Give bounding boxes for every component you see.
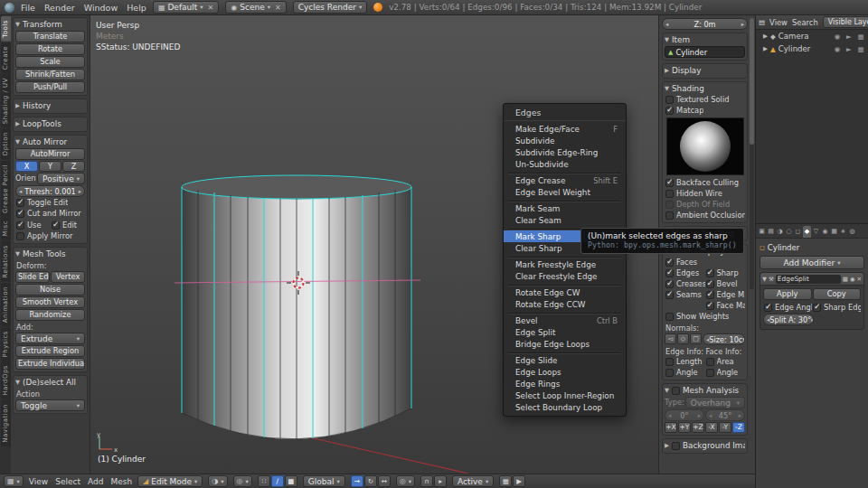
panel-header-display[interactable]: ▶Display bbox=[665, 65, 745, 76]
scrollbar[interactable] bbox=[750, 18, 754, 289]
tool-shelf-tab[interactable]: Grease Pencil bbox=[1, 161, 11, 217]
tool-shelf-tab[interactable]: Tools bbox=[1, 16, 11, 42]
checkbox-row[interactable]: Faces bbox=[665, 257, 705, 267]
outliner-row-cylinder[interactable]: ▶ ▲ Cylinder ◉ ► ▦ bbox=[756, 42, 868, 55]
menu-item[interactable]: Edge Split bbox=[504, 326, 626, 338]
menu-item[interactable]: Clear Seam bbox=[504, 214, 626, 226]
tool-shelf-tab[interactable]: Create bbox=[1, 42, 11, 73]
menu-item[interactable]: Select Loop Inner-Region bbox=[504, 389, 626, 401]
use-checkbox-row[interactable]: Use bbox=[15, 220, 50, 230]
header-menu-item[interactable]: Render bbox=[44, 3, 75, 13]
properties-tab[interactable]: ▤ bbox=[767, 226, 775, 238]
split-angle-field[interactable]: ◂Split A: 30°▸ bbox=[763, 314, 814, 325]
close-scene-icon[interactable]: ✕ bbox=[273, 4, 281, 12]
split-normal-icon[interactable]: ◇ bbox=[677, 333, 689, 344]
renderability-camera-icon[interactable]: ▦ bbox=[856, 45, 865, 53]
properties-tab[interactable]: ◍ bbox=[848, 226, 856, 238]
triangle-right-icon[interactable]: ▶ bbox=[763, 45, 768, 52]
header-menu-item[interactable]: Help bbox=[127, 3, 146, 13]
orient-dropdown[interactable]: Positive ▾ bbox=[37, 173, 85, 184]
menu-item[interactable]: Un-Subdivide bbox=[504, 158, 626, 170]
tool-shelf-tab[interactable]: Shading / UV bbox=[1, 74, 11, 127]
menu-item[interactable]: Mark Seam bbox=[504, 202, 626, 214]
checkbox-row[interactable]: Cut and Mirror bbox=[15, 208, 85, 219]
checkbox[interactable] bbox=[706, 302, 714, 310]
selectability-arrow-icon[interactable]: ► bbox=[844, 45, 854, 53]
tool-shelf-tab[interactable]: Misc bbox=[1, 217, 11, 239]
menu-item[interactable]: Edge Crease Shift E bbox=[504, 174, 626, 186]
tool-button[interactable]: Noise bbox=[15, 284, 85, 296]
checkbox-row[interactable]: Ambient Occlusion bbox=[665, 210, 745, 221]
tool-button[interactable]: Translate bbox=[15, 31, 85, 42]
normals-size-field[interactable]: ◂ Size: 10cm ▸ bbox=[703, 333, 745, 345]
tool-shelf-tab[interactable]: HardOps bbox=[1, 361, 11, 399]
render-engine-dropdown[interactable]: Cycles Render ▾ bbox=[293, 1, 367, 14]
face-normal-icon[interactable]: □ bbox=[690, 333, 702, 344]
tool-shelf-tab[interactable]: Physics bbox=[1, 327, 11, 361]
pivot-dropdown[interactable]: ◎ ▾ bbox=[233, 475, 252, 487]
orientation-dropdown[interactable]: Global ▾ bbox=[303, 475, 345, 487]
checkbox[interactable] bbox=[813, 304, 821, 312]
tool-button[interactable]: Extrude Region bbox=[15, 345, 85, 357]
panel-header-meshtools[interactable]: ▼Mesh Tools bbox=[15, 249, 85, 259]
range-min-field[interactable]: ◂0°▸ bbox=[665, 409, 704, 421]
checkbox[interactable] bbox=[672, 387, 680, 395]
menu-item[interactable]: Edge Rings bbox=[504, 378, 626, 389]
axis-toggle-button[interactable]: Y bbox=[39, 161, 61, 172]
proportional-edit-dropdown[interactable]: ◎ ▾ bbox=[396, 475, 415, 487]
outliner-menu-search[interactable]: Search bbox=[792, 18, 818, 27]
blender-logo-icon[interactable] bbox=[5, 3, 14, 13]
edit-checkbox-row[interactable]: Edit bbox=[51, 220, 85, 230]
action-dropdown[interactable]: Toggle ▾ bbox=[15, 399, 85, 411]
checkbox[interactable] bbox=[706, 291, 714, 299]
visibility-eye-icon[interactable]: ◉ bbox=[833, 45, 842, 53]
panel-header-deselect[interactable]: ▼(De)select All bbox=[15, 377, 85, 388]
menu-item[interactable]: Rotate Edge CCW bbox=[504, 298, 626, 310]
properties-tab[interactable]: ◆ bbox=[803, 226, 811, 238]
viewport-menu-item[interactable]: Select bbox=[55, 477, 80, 486]
arrow-right-icon[interactable]: ▸ bbox=[79, 188, 81, 195]
checkbox[interactable] bbox=[706, 358, 714, 366]
properties-tab[interactable]: ○ bbox=[785, 226, 793, 238]
checkbox[interactable] bbox=[16, 210, 24, 218]
menu-item[interactable]: Edge Loops bbox=[504, 366, 626, 378]
extrude-dropdown[interactable]: Extrude ▾ bbox=[15, 333, 85, 344]
properties-tab[interactable]: ∗ bbox=[839, 226, 847, 238]
checkbox-row[interactable]: Angle bbox=[705, 367, 746, 378]
checkbox[interactable] bbox=[16, 199, 24, 207]
checkbox[interactable] bbox=[16, 221, 24, 230]
axis-button[interactable]: +Z bbox=[692, 422, 704, 433]
tool-button[interactable]: Slide Edge bbox=[15, 271, 50, 283]
checkbox-row[interactable]: Face Ma... bbox=[705, 300, 746, 311]
scale-manipulator-icon[interactable]: ↔ bbox=[378, 475, 391, 487]
checkbox-row[interactable]: Depth Of Field bbox=[665, 199, 745, 210]
tool-shelf-tab[interactable]: Option bbox=[1, 128, 11, 159]
opengl-render-anim-icon[interactable]: ▶ bbox=[513, 475, 525, 487]
axis-button[interactable]: -X bbox=[705, 422, 718, 433]
scene-dropdown[interactable]: ◉ Scene ▾ ✕ bbox=[225, 1, 286, 14]
panel-header-looptools[interactable]: ▶LoopTools bbox=[15, 118, 85, 129]
axis-button[interactable]: +X bbox=[665, 422, 677, 433]
checkbox[interactable] bbox=[665, 313, 674, 321]
tool-shelf-tab[interactable]: Animation bbox=[1, 283, 11, 326]
renderability-camera-icon[interactable]: ▦ bbox=[856, 33, 865, 41]
copy-button[interactable]: Copy bbox=[813, 288, 862, 300]
menu-item[interactable]: Clear Freestyle Edge bbox=[504, 270, 626, 282]
menu-item[interactable]: Bevel Ctrl B bbox=[504, 314, 626, 326]
tool-button[interactable]: Scale bbox=[15, 56, 85, 68]
modifier-name-field[interactable]: EdgeSplit bbox=[776, 275, 841, 284]
checkbox-row[interactable]: Angle bbox=[665, 367, 705, 378]
checkbox[interactable] bbox=[665, 369, 674, 377]
header-menu-item[interactable]: File bbox=[21, 3, 35, 13]
modifier-header[interactable]: ▼ ⚒ EdgeSplit ▦ ◉ ✕ bbox=[760, 273, 863, 286]
panel-header-history[interactable]: ▶History bbox=[15, 100, 85, 111]
automirror-button[interactable]: AutoMirror bbox=[15, 148, 85, 160]
checkbox-row[interactable]: Length bbox=[665, 356, 705, 367]
cylinder-mesh[interactable] bbox=[170, 169, 514, 474]
properties-tab[interactable]: ▣ bbox=[758, 226, 766, 238]
axis-button[interactable]: +Y bbox=[678, 422, 691, 433]
close-layout-icon[interactable]: ✕ bbox=[206, 4, 214, 12]
apply-mirror-row[interactable]: Apply Mirror bbox=[15, 230, 85, 241]
menu-item[interactable]: Select Boundary Loop bbox=[504, 401, 626, 413]
opengl-render-image-icon[interactable]: ▦ bbox=[499, 475, 512, 487]
